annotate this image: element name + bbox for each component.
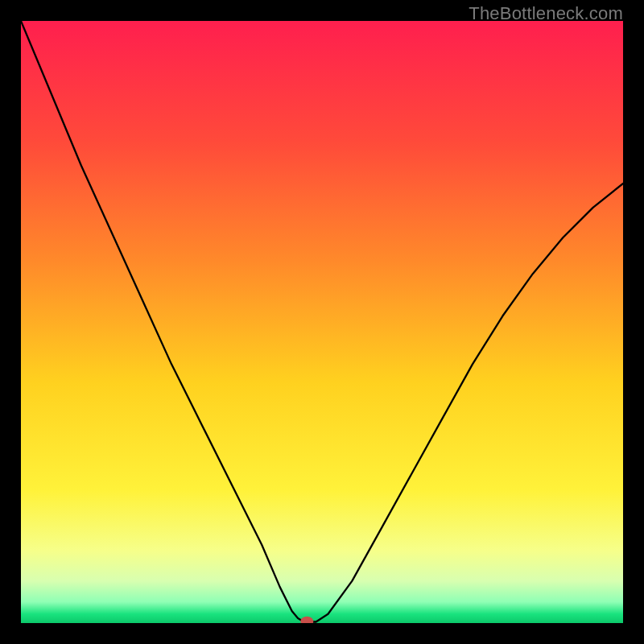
chart-background [21, 21, 623, 623]
watermark-label: TheBottleneck.com [469, 3, 623, 24]
chart-frame [21, 21, 623, 623]
bottleneck-chart [21, 21, 623, 623]
